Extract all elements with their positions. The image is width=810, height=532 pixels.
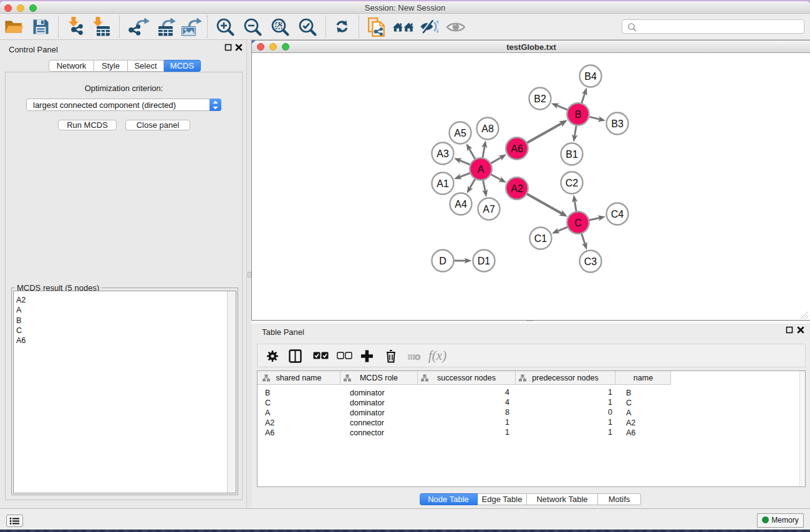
- svg-text:A2: A2: [511, 183, 523, 194]
- svg-text:B2: B2: [534, 94, 546, 104]
- svg-text:D1: D1: [478, 256, 491, 266]
- svg-text:B: B: [575, 109, 582, 120]
- svg-text:A1: A1: [436, 178, 449, 189]
- svg-text:A7: A7: [483, 204, 495, 215]
- svg-text:A4: A4: [455, 199, 467, 210]
- svg-text:C3: C3: [584, 256, 597, 267]
- svg-text:A5: A5: [454, 128, 466, 138]
- svg-text:C1: C1: [534, 233, 547, 244]
- svg-text:A6: A6: [511, 143, 523, 154]
- svg-text:C4: C4: [611, 209, 624, 220]
- svg-text:C2: C2: [566, 178, 579, 188]
- svg-text:A3: A3: [436, 148, 449, 159]
- svg-text:D: D: [439, 256, 446, 266]
- svg-text:B1: B1: [566, 149, 578, 160]
- svg-text:B3: B3: [611, 118, 624, 129]
- svg-text:A: A: [478, 164, 485, 175]
- svg-text:B4: B4: [584, 71, 597, 82]
- svg-text:A8: A8: [481, 123, 494, 134]
- svg-text:C: C: [574, 218, 582, 228]
